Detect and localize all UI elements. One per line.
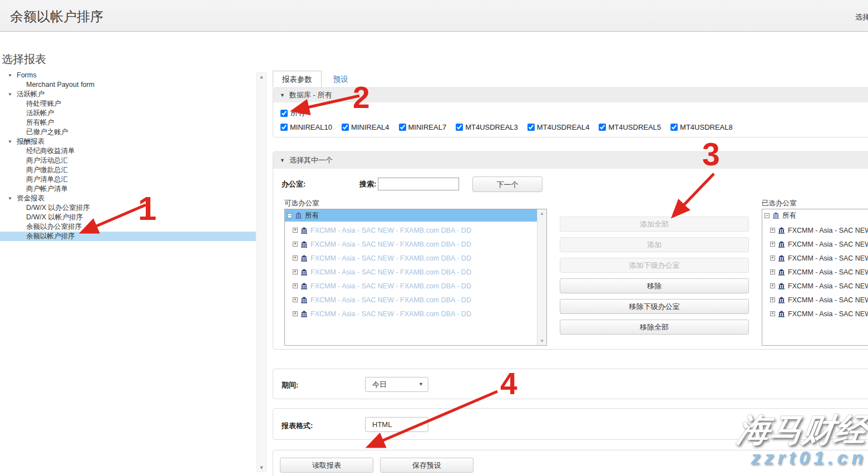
- scroll-down-icon[interactable]: ▼: [537, 338, 546, 343]
- section-collapse-icon[interactable]: ▼: [280, 92, 285, 98]
- expand-plus-icon[interactable]: +: [293, 311, 298, 316]
- collapse-triangle-icon[interactable]: ▼: [8, 194, 17, 203]
- expand-plus-icon[interactable]: +: [770, 311, 775, 316]
- selected-office-row[interactable]: +FXCMM - Asia - SAC NEW - FXAMB.com DBA …: [762, 237, 868, 251]
- db-checkbox-mt4usdreal3[interactable]: [456, 124, 463, 131]
- tree-item-balance-by-account[interactable]: 余额以帐户排序: [0, 232, 256, 241]
- format-select[interactable]: HTML ▼: [365, 417, 428, 432]
- expand-plus-icon[interactable]: +: [770, 228, 775, 233]
- db-checkbox-minireal7[interactable]: [399, 124, 406, 131]
- tab-report-parameters[interactable]: 报表参数: [273, 71, 322, 87]
- add-all-button[interactable]: 添加全部: [560, 217, 749, 232]
- load-report-button[interactable]: 读取报表: [280, 458, 373, 473]
- choose-one-section-header[interactable]: ▼ 选择其中一个: [273, 152, 868, 169]
- expand-plus-icon[interactable]: +: [770, 283, 775, 288]
- scroll-down-icon[interactable]: ▼: [257, 465, 266, 470]
- tree-item-pending-accounts[interactable]: 待处理账户: [0, 99, 256, 109]
- scroll-up-icon[interactable]: ▲: [257, 74, 266, 80]
- format-label: 报表格式:: [282, 421, 313, 431]
- db-checkbox-mt4usdreal8[interactable]: [670, 124, 678, 131]
- building-icon: [300, 283, 308, 289]
- expand-plus-icon[interactable]: +: [293, 269, 298, 274]
- available-all-node[interactable]: − 所有: [285, 209, 546, 222]
- add-sub-offices-button[interactable]: 添加下级办公室: [560, 258, 749, 273]
- available-list-scrollbar[interactable]: ▲ ▼: [537, 209, 546, 345]
- all-databases-checkbox[interactable]: [280, 110, 288, 117]
- office-label: 办公室:: [282, 179, 305, 189]
- tree-item-compensation-reports-group[interactable]: ▼报酬报表: [0, 137, 256, 146]
- period-select[interactable]: 今日 ▼: [365, 377, 428, 392]
- collapse-minus-icon[interactable]: −: [765, 213, 770, 218]
- building-icon: [778, 241, 785, 248]
- selected-office-row[interactable]: +FXCMM - Asia - SAC NEW - FXAMB.com DBA …: [762, 307, 868, 321]
- collapse-triangle-icon[interactable]: ▼: [8, 137, 17, 146]
- expand-plus-icon[interactable]: +: [770, 297, 775, 302]
- tree-item-merchant-list-summary[interactable]: 商户清单总汇: [0, 175, 256, 184]
- expand-plus-icon[interactable]: +: [770, 256, 775, 261]
- selected-office-row[interactable]: +FXCMM - Asia - SAC NEW - FXAMB.com DBA …: [762, 279, 868, 293]
- search-input[interactable]: [378, 178, 459, 190]
- selected-office-row[interactable]: +FXCMM - Asia - SAC NEW - FXAMB.com DBA …: [762, 293, 868, 307]
- available-office-row[interactable]: +FXCMM - Asia - SAC NEW - FXAMB.com DBA …: [285, 251, 546, 265]
- selected-office-row[interactable]: +FXCMM - Asia - SAC NEW - FXAMB.com DBA …: [762, 251, 868, 265]
- tree-item-balance-by-office[interactable]: 余额以办公室排序: [0, 222, 256, 232]
- selected-office-row[interactable]: +FXCMM - Asia - SAC NEW - FXAMB.com DBA …: [762, 223, 868, 237]
- db-checkbox-mt4usdreal4[interactable]: [527, 124, 535, 131]
- expand-plus-icon[interactable]: +: [293, 228, 298, 233]
- collapse-triangle-icon[interactable]: ▼: [8, 71, 17, 80]
- expand-plus-icon[interactable]: +: [293, 242, 298, 247]
- scroll-up-icon[interactable]: ▲: [537, 211, 546, 216]
- available-office-row[interactable]: +FXCMM - Asia - SAC NEW - FXAMB.com DBA …: [285, 223, 546, 237]
- expand-plus-icon[interactable]: +: [770, 242, 775, 247]
- expand-plus-icon[interactable]: +: [770, 269, 775, 274]
- db-checkbox-mt4usdreal5[interactable]: [599, 124, 606, 131]
- tree-item-dwx-by-account[interactable]: D/W/X 以帐户排序: [0, 213, 256, 222]
- available-office-row[interactable]: +FXCMM - Asia - SAC NEW - FXAMB.com DBA …: [285, 237, 546, 251]
- tree-item-forms[interactable]: ▼Forms: [0, 71, 256, 80]
- collapse-minus-icon[interactable]: −: [287, 213, 292, 218]
- main-scrollbar[interactable]: ▲ ▼: [257, 72, 267, 472]
- chevron-down-icon: ▼: [418, 418, 423, 431]
- available-office-row[interactable]: +FXCMM - Asia - SAC NEW - FXAMB.com DBA …: [285, 279, 546, 293]
- search-label: 搜索:: [359, 179, 376, 189]
- tree-item-active-accounts[interactable]: 活跃帐户: [0, 109, 256, 118]
- expand-plus-icon[interactable]: +: [293, 283, 298, 288]
- tree-item-merchant-payout-form[interactable]: Merchant Payout form: [0, 80, 256, 90]
- page-title: 余额以帐户排序: [10, 8, 103, 26]
- building-icon: [300, 269, 308, 276]
- tree-item-broker-income-list[interactable]: 经纪商收益清单: [0, 146, 256, 156]
- report-tree: ▼Forms Merchant Payout form ▼活跃帐户 待处理账户 …: [0, 71, 256, 241]
- tab-presets[interactable]: 预设: [333, 71, 348, 88]
- database-section: ▼ 数据库 - 所有 所有 MINIREAL10 MINIREAL4 MINIR…: [273, 87, 868, 138]
- tree-item-funds-reports-group[interactable]: ▼资金报表: [0, 194, 256, 203]
- tree-item-active-accounts-group[interactable]: ▼活跃帐户: [0, 90, 256, 99]
- expand-plus-icon[interactable]: +: [293, 297, 298, 302]
- tree-item-merchant-payment-summary[interactable]: 商户缴款总汇: [0, 165, 256, 175]
- collapse-triangle-icon[interactable]: ▼: [8, 90, 17, 99]
- remove-button[interactable]: 移除: [560, 278, 749, 293]
- remove-sub-offices-button[interactable]: 移除下级办公室: [560, 299, 749, 314]
- tree-item-dwx-by-office[interactable]: D/W/X 以办公室排序: [0, 203, 256, 213]
- expand-plus-icon[interactable]: +: [293, 256, 298, 261]
- section-collapse-icon[interactable]: ▼: [280, 158, 285, 163]
- available-office-row[interactable]: +FXCMM - Asia - SAC NEW - FXAMB.com DBA …: [285, 265, 546, 279]
- available-office-row[interactable]: +FXCMM - Asia - SAC NEW - FXAMB.com DBA …: [285, 293, 546, 307]
- period-section: 期间: 今日 ▼: [273, 369, 868, 399]
- db-checkbox-minireal4[interactable]: [342, 124, 349, 131]
- db-checkbox-minireal10[interactable]: [280, 124, 288, 131]
- next-button[interactable]: 下一个: [472, 176, 542, 192]
- tree-item-merchant-account-list[interactable]: 商户帐户清单: [0, 184, 256, 194]
- database-section-header[interactable]: ▼ 数据库 - 所有: [273, 88, 868, 102]
- available-office-row[interactable]: +FXCMM - Asia - SAC NEW - FXAMB.com DBA …: [285, 307, 546, 321]
- selected-all-node[interactable]: − 所有: [762, 209, 868, 222]
- tree-item-closed-accounts[interactable]: 已撤户之账户: [0, 127, 256, 137]
- tree-item-merchant-activity-summary[interactable]: 商户活动总汇: [0, 156, 256, 165]
- building-icon: [778, 255, 785, 262]
- add-button[interactable]: 添加: [560, 237, 749, 252]
- remove-all-button[interactable]: 移除全部: [560, 320, 749, 335]
- selected-offices-list: − 所有 +FXCMM - Asia - SAC NEW - FXAMB.com…: [762, 209, 868, 346]
- selected-office-row[interactable]: +FXCMM - Asia - SAC NEW - FXAMB.com DBA …: [762, 265, 868, 279]
- chevron-down-icon: ▼: [418, 377, 423, 391]
- tree-item-all-accounts[interactable]: 所有帐户: [0, 118, 256, 127]
- save-preset-button[interactable]: 保存预设: [380, 458, 474, 473]
